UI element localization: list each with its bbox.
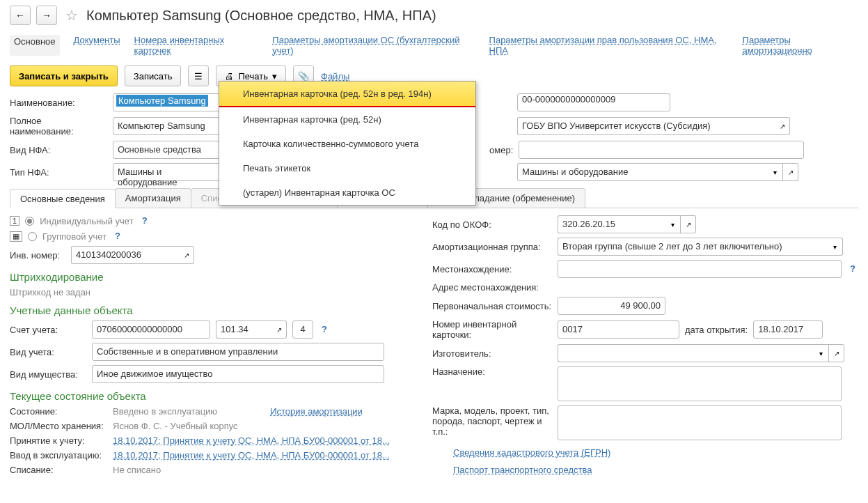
open-ref-icon[interactable]: ↗	[681, 215, 696, 233]
navtab-amort-os[interactable]: Параметры амортизации ОС (бухгалтерский …	[272, 35, 475, 56]
navtab-amort-more[interactable]: Параметры амортизационно	[743, 35, 858, 56]
open-ref-icon[interactable]: ↗	[775, 117, 790, 135]
label-start: Ввод в эксплуатацию:	[10, 450, 107, 461]
label-full-name: Полное наименование:	[10, 116, 107, 137]
navtab-inv-numbers[interactable]: Номера инвентарных карточек	[134, 35, 259, 56]
history-link[interactable]: История амортизации	[270, 406, 363, 417]
section-state: Текущее состояние объекта	[10, 390, 404, 402]
save-close-button[interactable]: Записать и закрыть	[10, 65, 118, 86]
account-code-input[interactable]: 101.34	[216, 320, 271, 339]
egrn-link[interactable]: Сведения кадастрового учета (ЕГРН)	[453, 447, 858, 458]
name-input[interactable]: Компьютер Samsung	[113, 93, 221, 111]
reg-number-input[interactable]	[519, 141, 804, 159]
accept-link[interactable]: 18.10.2017; Принятие к учету ОС, НМА, НП…	[113, 435, 390, 446]
label-reg-no: омер:	[489, 145, 513, 155]
open-ref-icon[interactable]: ↗	[783, 163, 798, 181]
label-writeoff: Списание:	[10, 465, 107, 475]
dropdown-icon[interactable]: ▾	[768, 163, 783, 181]
list-button[interactable]: ☰	[188, 65, 209, 86]
label-purpose: Назначение:	[432, 366, 552, 377]
purpose-textarea[interactable]	[558, 366, 842, 401]
vid-im-input[interactable]: Иное движимое имущество	[92, 365, 384, 383]
forward-button[interactable]: →	[36, 6, 57, 25]
open-ref-icon[interactable]: ↗	[271, 320, 287, 339]
help-icon[interactable]: ?	[319, 324, 330, 335]
card-number-input[interactable]: 0017	[558, 320, 679, 339]
cost-input[interactable]: 49 900,00	[558, 297, 665, 315]
label-loc: Местонахождение:	[432, 264, 552, 274]
label-mfr: Изготовитель:	[432, 348, 552, 359]
dropdown-icon[interactable]: ▾	[814, 344, 829, 362]
tip-nfa-right[interactable]: Машины и оборудование▾↗	[517, 163, 798, 181]
label-amgroup: Амортизационная группа:	[432, 242, 552, 252]
label-vid-im: Вид имущества:	[10, 369, 86, 380]
nav-tabs: Основное Документы Номера инвентарных ка…	[0, 31, 868, 63]
menu-item-qty-card[interactable]: Карточка количественно-суммового учета	[219, 132, 475, 156]
open-date-input[interactable]: 18.10.2017	[753, 320, 823, 339]
hint-multi-icon: ▦	[10, 231, 22, 242]
help-icon[interactable]: ?	[847, 263, 858, 274]
navtab-amort-rights[interactable]: Параметры амортизации прав пользования О…	[489, 35, 729, 56]
tab-amort[interactable]: Амортизация	[115, 188, 191, 208]
label-vid-nfa: Вид НФА:	[10, 145, 107, 155]
dropdown-icon[interactable]: ▾	[665, 215, 681, 233]
full-name-input[interactable]: Компьютер Samsung	[113, 117, 221, 135]
menu-item-labels[interactable]: Печать этикеток	[219, 156, 475, 180]
navtab-main[interactable]: Основное	[10, 35, 60, 56]
label-open-date: дата открытия:	[685, 325, 748, 335]
radio-individual[interactable]	[25, 217, 34, 226]
navtab-docs[interactable]: Документы	[74, 35, 120, 56]
label-okof: Код по ОКОФ:	[432, 219, 552, 230]
open-ref-icon[interactable]: ↗	[179, 246, 194, 264]
tip-nfa-input[interactable]: Машины и оборудование	[113, 163, 221, 181]
label-model: Марка, модель, проект, тип, порода, пасп…	[432, 405, 552, 437]
start-link[interactable]: 18.10.2017; Принятие к учету ОС, НМА, НП…	[113, 450, 390, 461]
save-button[interactable]: Записать	[125, 65, 182, 86]
open-ref-icon[interactable]: ↗	[829, 344, 844, 362]
location-input[interactable]	[558, 260, 842, 278]
help-icon[interactable]: ?	[112, 231, 123, 242]
label-mol: МОЛ/Место хранения:	[10, 421, 107, 431]
menu-item-inv-card-52[interactable]: Инвентарная карточка (ред. 52н)	[219, 107, 475, 132]
account-kfo-input[interactable]: 4	[292, 320, 313, 339]
radio-group[interactable]	[28, 232, 37, 241]
label-accept: Принятие к учету:	[10, 435, 107, 446]
account-kps-input[interactable]: 07060000000000000	[92, 320, 210, 339]
code-field[interactable]: 00-0000000000000009	[517, 93, 670, 111]
okof-input[interactable]: 320.26.20.15	[558, 215, 665, 233]
tab-main-info[interactable]: Основные сведения	[10, 189, 116, 208]
model-textarea[interactable]	[558, 405, 842, 440]
passport-link[interactable]: Паспорт транспортного средства	[453, 465, 858, 475]
vid-nfa-input[interactable]: Основные средства	[113, 141, 221, 159]
hint-1-icon: 1	[10, 216, 19, 226]
barcode-status: Штрихкод не задан	[10, 287, 404, 297]
amgroup-input[interactable]: Вторая группа (свыше 2 лет до 3 лет вклю…	[558, 238, 828, 256]
section-barcode: Штрихкодирование	[10, 271, 404, 283]
menu-item-deprecated[interactable]: (устарел) Инвентарная карточка ОС	[219, 180, 475, 205]
label-addr: Адрес местонахождения:	[432, 282, 552, 293]
menu-item-inv-card-194[interactable]: Инвентарная карточка (ред. 52н в ред. 19…	[219, 82, 475, 106]
inv-number-input[interactable]: 4101340200036	[71, 246, 179, 264]
page-title: Компьютер Samsung (Основное средство, НМ…	[86, 8, 436, 24]
label-account: Счет учета:	[10, 325, 86, 335]
org-field[interactable]: ГОБУ ВПО Университет искусств (Субсидия)…	[517, 117, 790, 135]
label-state: Состояние:	[10, 406, 107, 417]
label-vid-ucheta: Вид учета:	[10, 347, 86, 357]
printer-icon: 🖨	[225, 71, 234, 82]
section-acct: Учетные данные объекта	[10, 304, 404, 316]
dropdown-icon[interactable]: ▾	[828, 238, 843, 256]
print-dropdown-menu: Инвентарная карточка (ред. 52н в ред. 19…	[219, 81, 476, 206]
vid-ucheta-input[interactable]: Собственные и в оперативном управлении	[92, 343, 384, 361]
files-link[interactable]: Файлы	[321, 71, 349, 82]
mfr-input[interactable]	[558, 344, 814, 362]
back-button[interactable]: ←	[10, 6, 31, 25]
label-cost: Первоначальная стоимость:	[432, 301, 552, 311]
label-card: Номер инвентарной карточки:	[432, 319, 552, 340]
favorite-icon[interactable]: ☆	[65, 7, 78, 24]
label-tip-nfa: Тип НФА:	[10, 167, 107, 178]
label-inv-no: Инв. номер:	[10, 250, 65, 261]
chevron-down-icon: ▾	[272, 71, 277, 82]
help-icon[interactable]: ?	[139, 215, 150, 226]
label-name: Наименование:	[10, 98, 107, 108]
